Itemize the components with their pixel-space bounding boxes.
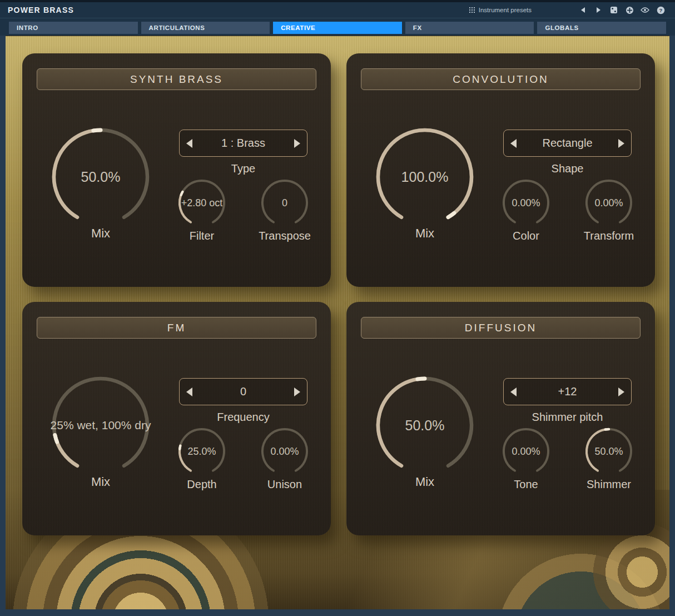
type-prev-button[interactable] — [186, 136, 196, 151]
instrument-presets-button[interactable]: Instrument presets — [469, 7, 532, 13]
synth-brass-mix-knob[interactable]: 50.0% — [48, 124, 153, 230]
fm-mix-label: Mix — [48, 475, 153, 489]
fm-panel: FM 25% wet, 100% dry Mix 0 Frequency 25.… — [22, 302, 331, 535]
knob-value: 0.00% — [594, 197, 623, 209]
synth-brass-type-label: Type — [179, 162, 307, 175]
tab-fx[interactable]: FX — [405, 22, 534, 34]
knob-value: 0.00% — [512, 446, 540, 458]
synth-brass-panel: SYNTH BRASS 50.0% Mix 1 : Brass Type +2.… — [22, 53, 331, 287]
fm-unison-label: Unison — [243, 478, 326, 491]
left-arrow-icon — [186, 388, 192, 396]
frequency-value[interactable]: 0 — [196, 385, 290, 398]
knob-value: 50.0% — [81, 169, 121, 185]
tab-intro[interactable]: INTRO — [9, 22, 138, 34]
knob-value: 50.0% — [594, 446, 623, 458]
right-arrow-icon — [618, 388, 624, 396]
next-arrow-icon — [597, 7, 600, 13]
plugin-window: POWER BRASS Instrument presets — [0, 0, 675, 616]
diffusion-shimmer-pitch-label: Shimmer pitch — [503, 411, 632, 424]
diffusion-panel: DIFFUSION 50.0% Mix +12 Shimmer pitch 0.… — [346, 302, 655, 535]
left-arrow-icon — [186, 139, 192, 148]
diffusion-tone-knob[interactable]: 0.00% — [499, 425, 553, 478]
knob-value: 0.00% — [270, 446, 299, 458]
frequency-prev-button[interactable] — [186, 384, 196, 400]
left-arrow-icon — [510, 388, 517, 396]
right-arrow-icon — [618, 139, 624, 148]
synth-brass-filter-knob[interactable]: +2.80 oct — [175, 176, 229, 230]
svg-text:?: ? — [659, 7, 662, 13]
knob-value: +2.80 oct — [181, 197, 223, 209]
synth-brass-type-selector: 1 : Brass — [179, 130, 307, 157]
convolution-shape-label: Shape — [503, 162, 632, 175]
grid-icon — [469, 7, 475, 13]
visibility-button[interactable] — [638, 4, 652, 16]
help-icon: ? — [657, 6, 665, 14]
fm-header[interactable]: FM — [37, 317, 316, 339]
diffusion-shimmer-label: Shimmer — [567, 478, 651, 491]
target-button[interactable] — [623, 4, 636, 16]
knob-value: 25.0% — [187, 446, 216, 458]
eye-icon — [641, 7, 649, 13]
fm-depth-label: Depth — [160, 478, 244, 491]
previous-arrow-icon — [581, 7, 585, 13]
synth-brass-transpose-knob[interactable]: 0 — [258, 176, 311, 230]
knob-value: 0.00% — [512, 197, 540, 209]
diffusion-shimmer-knob[interactable]: 50.0% — [582, 425, 636, 478]
diffusion-tone-label: Tone — [484, 478, 568, 491]
synth-brass-transpose-label: Transpose — [243, 230, 326, 242]
type-value[interactable]: 1 : Brass — [196, 137, 290, 150]
diffusion-mix-knob[interactable]: 50.0% — [372, 372, 478, 478]
diffusion-shimmer-pitch-selector: +12 — [503, 378, 632, 405]
convolution-mix-knob[interactable]: 100.0% — [372, 124, 478, 230]
convolution-panel: CONVOLUTION 100.0% Mix Rectangle Shape 0… — [346, 53, 655, 287]
help-button[interactable]: ? — [654, 4, 667, 16]
randomize-button[interactable] — [607, 4, 621, 16]
knob-value: 0 — [282, 197, 287, 209]
fm-frequency-selector: 0 — [179, 378, 307, 405]
type-next-button[interactable] — [290, 136, 300, 151]
plugin-title: POWER BRASS — [8, 6, 74, 14]
instrument-presets-label: Instrument presets — [479, 7, 532, 13]
left-arrow-icon — [510, 139, 517, 148]
knob-value: 100.0% — [401, 169, 449, 185]
fm-frequency-label: Frequency — [179, 411, 307, 424]
right-arrow-icon — [294, 139, 300, 148]
convolution-header[interactable]: CONVOLUTION — [361, 68, 641, 90]
right-arrow-icon — [294, 388, 300, 396]
fm-unison-knob[interactable]: 0.00% — [258, 425, 311, 478]
creative-page-background: SYNTH BRASS 50.0% Mix 1 : Brass Type +2.… — [6, 36, 669, 609]
tab-bar: INTRO ARTICULATIONS CREATIVE FX GLOBALS — [0, 18, 675, 36]
diffusion-header[interactable]: DIFFUSION — [361, 317, 641, 339]
knob-value: 50.0% — [405, 418, 445, 434]
convolution-transform-label: Transform — [567, 230, 651, 242]
synth-brass-mix-label: Mix — [48, 226, 153, 241]
convolution-mix-label: Mix — [372, 226, 478, 241]
convolution-color-knob[interactable]: 0.00% — [499, 176, 553, 230]
diffusion-mix-label: Mix — [372, 475, 478, 489]
synth-brass-header[interactable]: SYNTH BRASS — [37, 68, 316, 90]
frequency-next-button[interactable] — [290, 384, 300, 400]
previous-preset-button[interactable] — [576, 4, 589, 16]
title-bar: POWER BRASS Instrument presets — [0, 2, 675, 18]
next-preset-button[interactable] — [592, 4, 605, 16]
synth-brass-filter-label: Filter — [160, 230, 244, 242]
shape-next-button[interactable] — [614, 136, 624, 151]
shimmer-pitch-value[interactable]: +12 — [520, 385, 614, 398]
shape-value[interactable]: Rectangle — [520, 137, 614, 150]
fm-depth-knob[interactable]: 25.0% — [175, 425, 229, 478]
shimmer-pitch-next-button[interactable] — [614, 384, 624, 400]
dice-icon — [610, 6, 618, 14]
knob-value: 25% wet, 100% dry — [51, 419, 151, 432]
shape-prev-button[interactable] — [510, 136, 520, 151]
convolution-color-label: Color — [484, 230, 568, 242]
fm-mix-knob[interactable]: 25% wet, 100% dry — [48, 372, 153, 478]
tab-globals[interactable]: GLOBALS — [537, 22, 666, 34]
shimmer-pitch-prev-button[interactable] — [510, 384, 520, 400]
plus-circle-icon — [626, 6, 634, 14]
convolution-transform-knob[interactable]: 0.00% — [582, 176, 636, 230]
convolution-shape-selector: Rectangle — [503, 130, 632, 157]
tab-creative[interactable]: CREATIVE — [273, 22, 402, 34]
tab-articulations[interactable]: ARTICULATIONS — [141, 22, 270, 34]
